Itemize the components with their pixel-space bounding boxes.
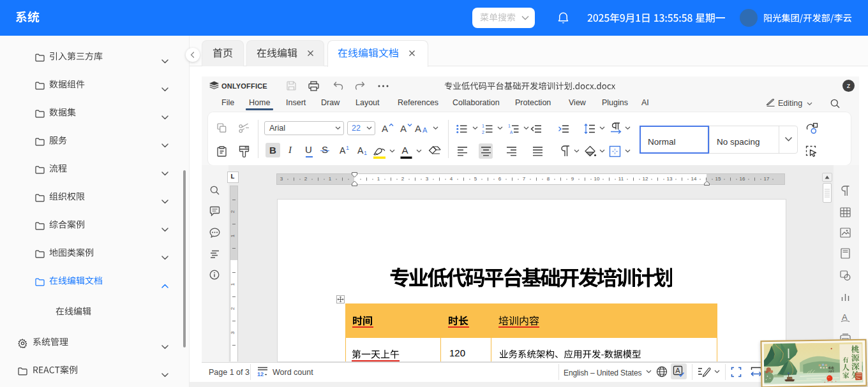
svg-text:1: 1 xyxy=(346,145,349,151)
svg-text:4: 4 xyxy=(450,176,453,182)
svg-text:10: 10 xyxy=(594,176,600,182)
svg-text:1: 1 xyxy=(377,176,380,182)
svg-text:1: 1 xyxy=(230,282,236,286)
svg-text:8: 8 xyxy=(547,176,550,182)
svg-text:2: 2 xyxy=(230,210,236,213)
svg-text:16: 16 xyxy=(740,176,745,182)
svg-text:A: A xyxy=(382,123,388,134)
svg-text:3: 3 xyxy=(426,176,429,182)
svg-text:12: 12 xyxy=(257,371,264,377)
svg-text:A: A xyxy=(510,130,513,135)
svg-text:11: 11 xyxy=(618,176,624,182)
svg-text:2: 2 xyxy=(401,176,405,182)
svg-text:13: 13 xyxy=(667,176,673,182)
svg-text:9: 9 xyxy=(571,176,574,182)
svg-text:2: 2 xyxy=(304,176,308,182)
svg-text:2: 2 xyxy=(482,130,484,135)
svg-text:3: 3 xyxy=(230,331,236,334)
svg-text:3: 3 xyxy=(280,176,283,182)
svg-text:12: 12 xyxy=(643,176,648,182)
svg-text:1: 1 xyxy=(230,234,236,237)
svg-text:1: 1 xyxy=(508,124,511,128)
svg-text:A: A xyxy=(400,123,407,134)
svg-text:1: 1 xyxy=(482,124,484,128)
svg-text:1: 1 xyxy=(364,150,367,155)
svg-text:1: 1 xyxy=(329,176,332,182)
svg-text:A: A xyxy=(423,126,428,134)
svg-text:A: A xyxy=(675,367,680,374)
svg-text:17: 17 xyxy=(764,176,770,182)
svg-text:A: A xyxy=(402,145,408,156)
svg-text:14: 14 xyxy=(691,176,697,182)
svg-text:5: 5 xyxy=(474,176,477,182)
svg-text:15: 15 xyxy=(715,176,721,182)
svg-text:7: 7 xyxy=(523,176,526,182)
svg-text:A: A xyxy=(340,145,346,155)
svg-text:6: 6 xyxy=(498,176,502,182)
svg-text:A: A xyxy=(415,123,421,134)
svg-text:2: 2 xyxy=(230,307,236,310)
svg-text:A: A xyxy=(357,145,364,155)
